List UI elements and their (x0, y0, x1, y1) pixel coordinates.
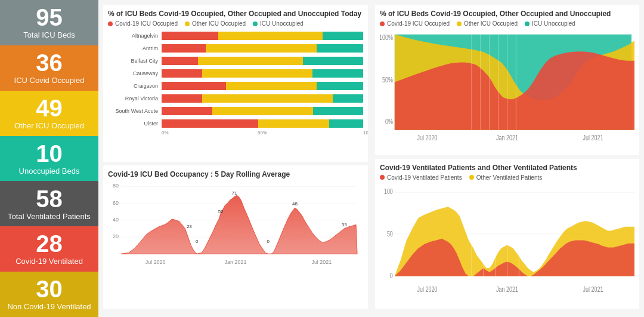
legend-bottom-other-dot (469, 175, 474, 180)
bar-hospital-label: Causeway (108, 70, 162, 76)
svg-text:Jul 2021: Jul 2021 (311, 259, 332, 265)
bar-segment-covid (162, 94, 202, 103)
bar-chart-legend: Covid-19 ICU Occupied Other ICU Occupied… (108, 20, 363, 27)
bar-hospital-label: Royal Victoria (108, 96, 162, 101)
area-chart-bottom-legend: Covid-19 Ventilated Patients Other Venti… (380, 174, 634, 181)
stat-covid-vent: 28 Covid-19 Ventilated (0, 226, 98, 272)
covid-vent-label: Covid-19 Ventilated (16, 257, 83, 266)
bar-hospital-label: South West Acute (108, 108, 162, 114)
area-chart-top-legend: Covid-19 ICU Occupied Other ICU Occupied… (380, 20, 634, 27)
legend-top-covid-label: Covid-19 ICU Occupied (387, 20, 450, 27)
total-vent-number: 58 (36, 187, 63, 211)
bar-row: Ulster (108, 118, 363, 129)
bar-segment-other (198, 57, 303, 65)
legend-top-covid: Covid-19 ICU Occupied (380, 20, 450, 27)
bar-segment-covid (162, 107, 212, 115)
legend-top-other-dot (457, 21, 462, 26)
stat-total-icu: 95 Total ICU Beds (0, 0, 98, 45)
total-vent-label: Total Ventilated Patients (8, 212, 91, 221)
line-chart-svg: 80 60 40 20 (108, 181, 363, 276)
bar-hospital-label: Craigavon (108, 83, 162, 89)
bar-segment-other (226, 82, 317, 90)
legend-covid-label: Covid-19 ICU Occupied (115, 20, 178, 27)
legend-other-dot (185, 21, 190, 26)
bar-row: Antrim (108, 43, 363, 54)
area-chart-top-title: % of ICU Beds Covid-19 Occupied, Other O… (380, 10, 634, 18)
bar-segment-covid (162, 69, 202, 78)
line-chart-container: Covid-19 ICU Bed Occupancy : 5 Day Rolli… (103, 165, 368, 309)
stat-non-covid-vent: 30 Non Covid-19 Ventilated (0, 272, 98, 317)
bar-track (162, 119, 363, 128)
svg-text:48: 48 (292, 201, 298, 207)
bar-track (162, 57, 363, 65)
bar-row: Royal Victoria (108, 93, 363, 104)
bar-hospital-label: Ulster (108, 121, 162, 127)
svg-text:Jul 2021: Jul 2021 (583, 285, 603, 293)
area-chart-top-container: % of ICU Beds Covid-19 Occupied, Other O… (375, 5, 639, 155)
svg-text:100: 100 (384, 187, 393, 195)
svg-text:100%: 100% (380, 33, 393, 42)
total-icu-label: Total ICU Beds (23, 30, 75, 40)
svg-text:52: 52 (218, 209, 224, 214)
legend-bottom-other-vent: Other Ventilated Patients (469, 174, 543, 181)
legend-top-other-label: Other ICU Occupied (464, 20, 518, 27)
legend-other-label: Other ICU Occupied (192, 20, 246, 27)
bar-segment-unoccupied (313, 107, 364, 115)
charts-row: % of ICU Beds Covid-19 Occupied, Other O… (98, 0, 644, 317)
area-chart-bottom-container: Covid-19 Ventilated Patients and Other V… (375, 159, 639, 309)
bar-segment-other (258, 119, 329, 128)
bar-row: Causeway (108, 68, 363, 79)
legend-bottom-covid-dot (380, 175, 385, 180)
bar-chart-container: % of ICU Beds Covid-19 Occupied, Other O… (103, 5, 368, 162)
bar-chart-area: AltnagelvinAntrimBelfast CityCausewayCra… (108, 30, 363, 129)
bar-track (162, 82, 363, 90)
stat-other-icu: 49 Other ICU Occupied (0, 91, 98, 136)
stat-unoccupied: 10 Unoccupied Beds (0, 136, 98, 181)
bar-segment-unoccupied (317, 82, 363, 90)
unoccupied-label: Unoccupied Beds (19, 167, 80, 176)
unoccupied-number: 10 (36, 141, 63, 165)
bar-hospital-label: Altnagelvin (108, 33, 162, 39)
stat-icu-covid: 36 ICU Covid Occupied (0, 45, 98, 91)
legend-top-unoccupied: ICU Unoccupied (525, 20, 575, 27)
left-charts: % of ICU Beds Covid-19 Occupied, Other O… (98, 0, 373, 317)
bar-hospital-label: Antrim (108, 45, 162, 51)
svg-text:20: 20 (113, 233, 119, 239)
non-covid-vent-label: Non Covid-19 Ventilated (7, 302, 91, 312)
legend-covid-icu: Covid-19 ICU Occupied (108, 20, 178, 27)
svg-text:50: 50 (387, 229, 393, 238)
main-content: % of ICU Beds Covid-19 Occupied, Other O… (98, 0, 644, 317)
svg-text:40: 40 (113, 217, 119, 223)
svg-text:Jul 2020: Jul 2020 (417, 134, 438, 142)
svg-text:50%: 50% (382, 75, 393, 84)
legend-top-unoccupied-label: ICU Unoccupied (532, 20, 575, 27)
bar-row: Altnagelvin (108, 30, 363, 41)
bar-chart-x-axis: 0% 50% 100% (162, 130, 363, 136)
legend-top-unoccupied-dot (525, 21, 530, 26)
svg-text:60: 60 (113, 199, 119, 205)
svg-text:Jul 2021: Jul 2021 (583, 134, 603, 142)
svg-text:Jan 2021: Jan 2021 (496, 134, 518, 142)
bar-segment-unoccupied (317, 44, 363, 53)
svg-text:0: 0 (196, 239, 198, 244)
bar-segment-other (218, 32, 323, 40)
total-icu-number: 95 (36, 5, 63, 29)
covid-vent-number: 28 (36, 232, 63, 256)
svg-text:0: 0 (267, 239, 270, 244)
svg-text:0%: 0% (385, 118, 393, 126)
legend-unoccupied-dot (253, 21, 258, 26)
non-covid-vent-number: 30 (36, 277, 63, 301)
legend-other-icu: Other ICU Occupied (185, 20, 246, 27)
bar-segment-unoccupied (323, 32, 363, 40)
legend-unoccupied: ICU Unoccupied (253, 20, 304, 27)
legend-bottom-other-label: Other Ventilated Patients (476, 174, 543, 181)
legend-top-covid-dot (380, 21, 385, 26)
bar-track (162, 107, 363, 115)
area-chart-top-svg: 100% 50% 0% (380, 30, 634, 150)
bar-segment-unoccupied (333, 94, 363, 103)
bar-segment-other (206, 44, 317, 53)
icu-covid-label: ICU Covid Occupied (14, 76, 85, 85)
bar-segment-other (212, 107, 313, 115)
area-chart-bottom-svg: 100 50 0 Ju (380, 184, 634, 304)
legend-unoccupied-label: ICU Unoccupied (260, 20, 304, 27)
